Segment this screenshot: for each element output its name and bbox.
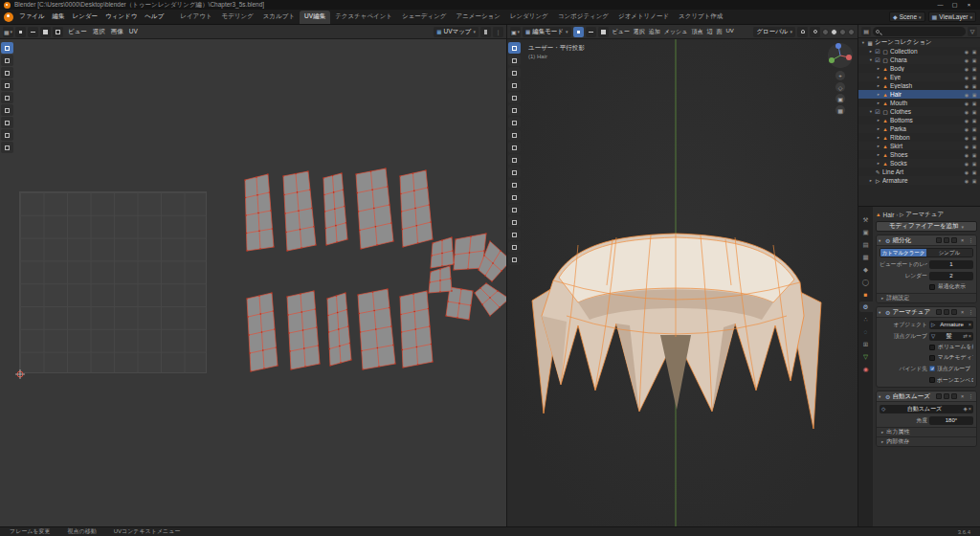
hide-viewport-icon[interactable]: ◉ <box>963 100 970 106</box>
outliner-row[interactable]: ▸▲Hair◉▣ <box>858 90 980 99</box>
tool-button[interactable] <box>508 167 521 178</box>
workspace-tab[interactable]: シェーディング <box>397 11 451 24</box>
uv-island[interactable] <box>430 236 455 269</box>
topbar-menu-item[interactable]: 編集 <box>49 12 69 21</box>
edit-mode-toggle-icon[interactable] <box>936 393 942 399</box>
disable-render-icon[interactable]: ▣ <box>970 57 978 63</box>
tool-button[interactable] <box>508 104 521 116</box>
outliner-row[interactable]: ▸▲Ribbon◉▣ <box>858 133 980 142</box>
topbar-menu-item[interactable]: ファイル <box>15 12 49 21</box>
close-icon[interactable]: × <box>959 393 966 399</box>
outliner-row[interactable]: ▸▷Armature◉▣ <box>858 176 980 185</box>
tool-button[interactable] <box>1 92 13 103</box>
viewport-menu-item[interactable]: 選択 <box>632 28 647 36</box>
property-field[interactable]: ▷Armature× <box>929 321 973 329</box>
tool-button[interactable] <box>508 254 521 265</box>
realtime-toggle-icon[interactable] <box>944 309 949 315</box>
proportional-edit-icon[interactable] <box>810 27 820 37</box>
viewport-menu-item[interactable]: ビュー <box>611 28 632 36</box>
hide-viewport-icon[interactable]: ◉ <box>963 161 970 167</box>
tool-button[interactable] <box>508 204 521 215</box>
hide-viewport-icon[interactable]: ◉ <box>963 66 970 72</box>
collection-checkbox-icon[interactable]: ☑ <box>874 108 881 115</box>
uv-menu-item[interactable]: ビュー <box>65 28 90 36</box>
expand-icon[interactable]: ▾ <box>879 238 883 243</box>
workspace-tab[interactable]: ジオメトリノード <box>613 11 674 24</box>
uv-2d-cursor[interactable] <box>15 369 25 379</box>
disable-render-icon[interactable]: ▣ <box>970 83 978 89</box>
viewport-menu-item[interactable]: 頂点 <box>689 28 704 36</box>
uv-menu-item[interactable]: 画像 <box>108 28 126 36</box>
topbar-menu-item[interactable]: ウィンドウ <box>101 12 141 21</box>
topbar-menu-item[interactable]: レンダー <box>69 12 101 21</box>
tab-scene[interactable]: ◆ <box>859 264 873 275</box>
pin-icon[interactable] <box>480 27 491 37</box>
outliner-row[interactable]: ▸▲Socks◉▣ <box>858 159 980 168</box>
options-icon[interactable]: ⋮ <box>493 27 503 37</box>
edit-mode-toggle-icon[interactable] <box>936 237 942 243</box>
disable-render-icon[interactable]: ▣ <box>970 75 978 80</box>
tool-button[interactable] <box>1 79 13 91</box>
hide-viewport-icon[interactable]: ◉ <box>963 75 970 80</box>
tab-physics[interactable]: ◌ <box>859 326 873 337</box>
tool-button[interactable] <box>508 142 521 153</box>
hide-viewport-icon[interactable]: ◉ <box>963 118 970 123</box>
segment-tab[interactable]: カトマルクラーク <box>880 249 926 257</box>
checkbox[interactable] <box>929 377 935 383</box>
editor-type-button[interactable]: ▦▾ <box>3 27 13 37</box>
clear-icon[interactable]: × <box>969 333 971 339</box>
tool-button[interactable] <box>1 42 13 54</box>
select-vertex-button[interactable] <box>573 27 584 37</box>
segment-tab[interactable]: シンプル <box>926 249 972 257</box>
uv-island[interactable] <box>399 290 434 368</box>
shading-rendered-icon[interactable] <box>848 29 855 35</box>
workspace-tab[interactable]: スカルプト <box>258 11 300 24</box>
workspace-tab[interactable]: スクリプト作成 <box>674 11 727 24</box>
uv-island[interactable] <box>323 172 348 246</box>
hide-viewport-icon[interactable]: ◉ <box>963 126 970 132</box>
disable-render-icon[interactable]: ▣ <box>970 135 978 141</box>
tool-button[interactable] <box>1 117 13 128</box>
disable-render-icon[interactable]: ▣ <box>970 161 978 167</box>
uv-island[interactable] <box>399 169 434 248</box>
tool-button[interactable] <box>1 67 13 78</box>
tool-button[interactable] <box>508 79 521 91</box>
edit-mode-toggle-icon[interactable] <box>936 309 942 315</box>
workspace-tab[interactable]: レイアウト <box>175 11 216 24</box>
disable-render-icon[interactable]: ▣ <box>970 49 978 55</box>
invert-icon[interactable]: ⇄ <box>963 333 968 339</box>
disable-render-icon[interactable]: ▣ <box>970 118 978 123</box>
tab-view-layer[interactable]: ▦ <box>859 252 873 262</box>
hide-viewport-icon[interactable]: ◉ <box>963 57 970 63</box>
transform-orientation-selector[interactable]: グローバル ▾ <box>753 27 795 37</box>
tool-button[interactable] <box>508 117 521 128</box>
disable-render-icon[interactable]: ▣ <box>970 169 978 175</box>
outliner-display-mode-icon[interactable]: ▤ <box>861 27 871 36</box>
outliner-row[interactable]: ▸▲Mouth◉▣ <box>858 99 980 107</box>
viewport-canvas[interactable]: ユーザー・平行投影 (1) Hair <box>507 39 858 526</box>
tab-tool[interactable]: ⚒ <box>859 214 873 225</box>
outliner-row[interactable]: ▸▲Parka◉▣ <box>858 124 980 133</box>
uv-island[interactable] <box>474 282 507 317</box>
viewport-menu-item[interactable]: 面 <box>714 28 724 36</box>
uv-island[interactable] <box>428 265 453 294</box>
collection-checkbox-icon[interactable]: ☑ <box>874 48 881 55</box>
mode-selector[interactable]: ▦ 編集モード ▾ <box>523 27 571 37</box>
tool-button[interactable] <box>508 67 521 78</box>
uv-map-selector[interactable]: ▦ UVマップ ▾ <box>434 27 479 37</box>
modifier-name[interactable]: 細分化 <box>892 236 934 245</box>
outliner-row[interactable]: ▾▦シーンコレクション <box>858 38 980 47</box>
pan-icon[interactable]: ◇ <box>835 82 845 92</box>
hide-viewport-icon[interactable]: ◉ <box>963 152 970 158</box>
subpanel-header[interactable]: ▸詳細設定 <box>877 293 976 302</box>
tool-button[interactable] <box>1 129 13 141</box>
tool-button[interactable] <box>508 129 521 141</box>
property-field[interactable]: ◇自動スムーズ◈× <box>880 405 973 413</box>
ortho-toggle-icon[interactable]: ▦ <box>835 105 845 115</box>
minimize-button[interactable]: — <box>933 0 947 10</box>
uv-island[interactable] <box>286 290 321 370</box>
outliner-row[interactable]: ✎Line Art◉▣ <box>858 168 980 176</box>
uv-canvas[interactable] <box>0 39 506 526</box>
render-toggle-icon[interactable] <box>951 309 957 315</box>
tool-button[interactable] <box>508 241 521 253</box>
